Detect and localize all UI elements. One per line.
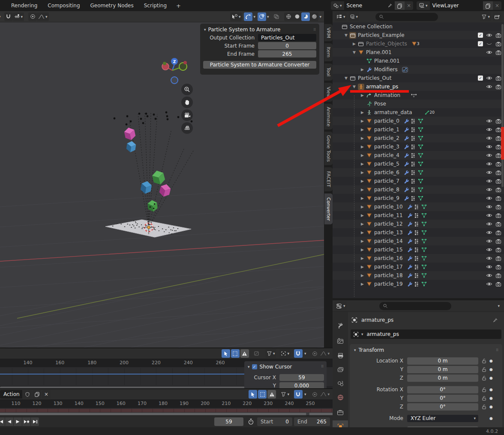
disable-in-renders-toggle[interactable] <box>495 50 501 55</box>
hide-in-viewport-toggle[interactable] <box>486 153 492 158</box>
outliner-row-particle_9[interactable]: ▶particle_9 <box>333 194 504 202</box>
outliner-item-label[interactable]: particle_9 <box>373 195 399 201</box>
expander-icon[interactable]: ▶ <box>360 248 365 252</box>
camera-view-button[interactable] <box>181 109 193 121</box>
normalize-icon[interactable] <box>252 349 261 358</box>
hide-in-viewport-toggle[interactable] <box>486 170 492 175</box>
previous-keyframe-button[interactable] <box>5 417 13 426</box>
hide-in-viewport-toggle[interactable] <box>486 127 492 132</box>
outliner-row-particle_13[interactable]: ▶particle_13 <box>333 228 504 237</box>
outliner-item-label[interactable]: particle_16 <box>373 255 403 261</box>
hide-in-viewport-toggle[interactable] <box>486 41 492 46</box>
lock-toggle-icon[interactable] <box>478 358 489 364</box>
start-frame-field[interactable]: Start 0 <box>257 417 292 426</box>
sidebar-tab-view[interactable]: View <box>324 83 333 102</box>
expander-icon[interactable]: ▶ <box>360 282 365 286</box>
select-tweak-tool-icon[interactable] <box>249 390 257 399</box>
properties-output-tab[interactable] <box>333 350 348 362</box>
outliner-item-label[interactable]: Particles_Out <box>357 75 391 81</box>
disable-in-renders-toggle[interactable] <box>495 213 501 218</box>
disable-in-renders-toggle[interactable] <box>495 144 501 150</box>
expander-icon[interactable]: ▶ <box>360 239 365 243</box>
outliner-row-particle_15[interactable]: ▶particle_15 <box>333 245 504 254</box>
hide-in-viewport-toggle[interactable] <box>486 161 492 166</box>
outliner-row-particle_7[interactable]: ▶particle_7 <box>333 177 504 185</box>
falloff-dropdown[interactable]: ▾ <box>319 349 331 358</box>
outliner-row-particle_2[interactable]: ▶particle_2 <box>333 134 504 142</box>
hide-in-viewport-toggle[interactable] <box>486 196 492 201</box>
expander-icon[interactable]: ▶ <box>360 230 365 235</box>
viewlayer-name[interactable]: ViewLayer <box>430 1 483 10</box>
animate-property-dot[interactable]: ● <box>489 359 493 363</box>
workspace-tab-scripting[interactable]: Scripting <box>139 1 172 10</box>
outliner-item-label[interactable]: particle_11 <box>373 212 403 218</box>
expander-icon[interactable]: ▶ <box>360 162 365 166</box>
object-name-value[interactable]: armature_ps <box>367 331 399 337</box>
sidebar-tab-tool[interactable]: Tool <box>324 63 333 81</box>
animate-property-dot[interactable]: ● <box>489 367 493 372</box>
xray-toggle-icon[interactable] <box>272 12 281 21</box>
output-collection-field[interactable]: Particles_Out <box>258 34 316 41</box>
disable-in-renders-toggle[interactable] <box>495 127 501 133</box>
action-hscrollbar[interactable] <box>0 412 333 415</box>
lock-toggle-icon[interactable] <box>478 396 489 401</box>
outliner-row-particle_3[interactable]: ▶particle_3 <box>333 142 504 151</box>
pin-icon[interactable] <box>385 1 395 10</box>
box-select-tool-icon[interactable] <box>231 349 240 358</box>
outliner-row-particles_example[interactable]: ▼Particles_Example✓ <box>333 31 504 39</box>
disable-in-renders-toggle[interactable] <box>495 247 501 253</box>
outliner-row-pose[interactable]: Pose <box>333 100 504 108</box>
disable-in-renders-toggle[interactable] <box>495 41 501 47</box>
properties-render-tab[interactable] <box>333 335 348 347</box>
outliner-item-label[interactable]: particle_15 <box>373 247 403 253</box>
disable-in-renders-toggle[interactable] <box>495 256 501 261</box>
expander-icon[interactable]: ▶ <box>360 153 365 157</box>
animate-property-dot[interactable]: ● <box>489 387 493 392</box>
outliner-row-particle_10[interactable]: ▶particle_10 <box>333 202 504 211</box>
outliner-row-scene-collection[interactable]: Scene Collection <box>333 22 504 31</box>
hide-in-viewport-toggle[interactable] <box>486 281 492 287</box>
outliner-row-particle_12[interactable]: ▶particle_12 <box>333 220 504 228</box>
box-select-tool-icon[interactable] <box>258 390 267 399</box>
action-name-field[interactable]: Action <box>0 390 22 399</box>
outliner-row-particle_5[interactable]: ▶particle_5 <box>333 160 504 168</box>
expander-icon[interactable]: ▼ <box>351 85 357 89</box>
outliner-row-armature_ps[interactable]: ▼armature_ps <box>333 82 504 91</box>
jump-to-start-button[interactable] <box>0 417 5 426</box>
lock-toggle-icon[interactable] <box>478 387 489 393</box>
expander-icon[interactable]: ▶ <box>351 42 357 46</box>
outliner-item-label[interactable]: particle_12 <box>373 221 403 227</box>
viewlayer-selector[interactable]: ▾ ViewLayer × <box>417 1 501 10</box>
sidebar-tab-faceit[interactable]: FACEIT <box>324 167 333 191</box>
expander-icon[interactable]: ▶ <box>360 222 365 226</box>
expander-icon[interactable]: ▶ <box>360 273 365 278</box>
panel-grip-icon[interactable]: ⠿ <box>313 28 316 32</box>
sidebar-tab-converter[interactable]: Converter <box>324 193 333 224</box>
properties-view-layer-tab[interactable] <box>333 364 348 376</box>
transform-value-field[interactable]: 0 m <box>407 366 478 373</box>
lock-toggle-icon[interactable] <box>478 404 489 410</box>
sidebar-tab-item[interactable]: Item <box>324 43 333 61</box>
disable-in-renders-toggle[interactable] <box>495 170 501 175</box>
lock-toggle-icon[interactable] <box>478 367 489 372</box>
disable-in-renders-toggle[interactable] <box>495 161 501 167</box>
play-button[interactable] <box>14 417 22 426</box>
hide-in-viewport-toggle[interactable] <box>486 273 492 278</box>
outliner-row-particles_out[interactable]: ▼Particles_Out✓ <box>333 74 504 82</box>
expander-icon[interactable]: ▶ <box>360 110 365 115</box>
disable-in-renders-toggle[interactable] <box>495 187 501 193</box>
snap-toggle-icon[interactable] <box>294 390 303 399</box>
disable-in-renders-toggle[interactable] <box>495 196 501 201</box>
only-show-errors-icon[interactable] <box>267 390 276 399</box>
panel-grip-icon[interactable]: ⠿ <box>496 348 499 352</box>
outliner-item-label[interactable]: particle_7 <box>373 178 399 184</box>
add-workspace-button[interactable]: + <box>172 2 185 10</box>
hide-in-viewport-toggle[interactable] <box>486 50 492 55</box>
hide-in-viewport-toggle[interactable] <box>486 256 492 261</box>
outliner-item-label[interactable]: particle_13 <box>373 230 403 236</box>
outliner-item-label[interactable]: particle_1 <box>373 127 399 133</box>
animate-property-dot[interactable]: ● <box>489 376 493 380</box>
outliner-item-label[interactable]: Modifiers <box>373 66 398 72</box>
proportional-editing-icon[interactable] <box>310 390 319 399</box>
expander-icon[interactable]: ▶ <box>360 265 365 269</box>
